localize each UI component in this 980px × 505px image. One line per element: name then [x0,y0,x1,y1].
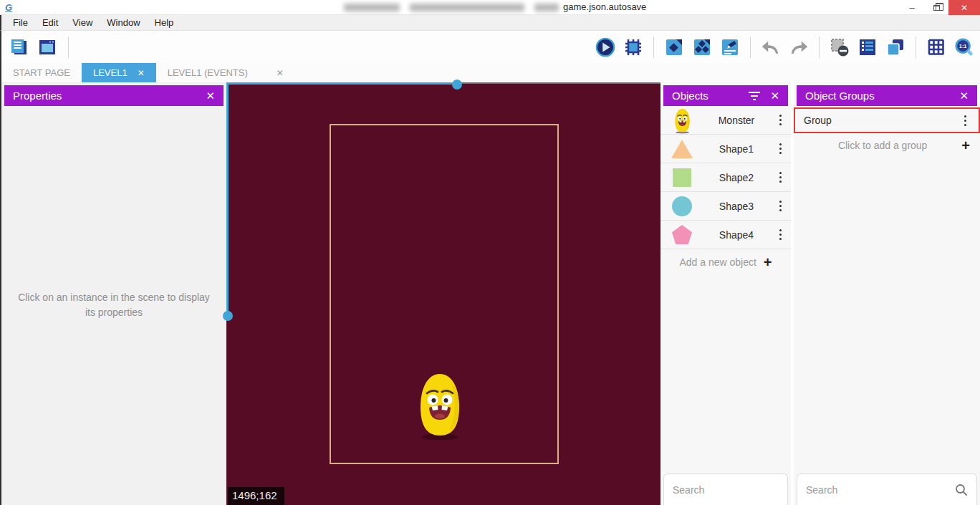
properties-empty-message: Click on an instance in the scene to dis… [1,290,226,320]
objects-search-input[interactable] [673,484,802,496]
maximize-button[interactable] [924,0,948,15]
properties-panel-header: Properties ✕ [4,85,224,106]
groups-search-icon [955,484,968,496]
object-groups-panel: Object Groups ✕ Group Click to add a gro… [794,82,980,505]
preview-play-icon[interactable] [595,37,615,57]
shape1-menu-icon[interactable] [775,148,785,150]
main-toolbar: 1:1 [0,31,980,63]
window-border-handle-top[interactable] [452,80,462,90]
objects-search-box [663,473,788,505]
window-left-border-line [226,82,229,316]
object-groups-editor-icon[interactable] [692,37,712,57]
objects-panel-title: Objects [672,90,708,102]
scene-top-edge [457,82,660,84]
groups-search-box [797,473,977,505]
add-group-plus-icon: + [961,138,970,154]
properties-close-icon[interactable]: ✕ [206,90,215,102]
object-row-shape4[interactable]: Shape4 [660,221,791,249]
group-row[interactable]: Group [794,107,980,133]
add-object-plus-icon: + [764,254,772,271]
tab-level1-events[interactable]: LEVEL1 (EVENTS) [156,63,259,82]
objects-close-icon[interactable]: ✕ [770,90,779,102]
object-row-shape1[interactable]: Shape1 [660,135,791,163]
shape2-square-thumbnail [666,168,698,187]
cursor-coordinates: 1496;162 [228,487,284,505]
zoom-original-icon[interactable]: 1:1 [954,37,974,57]
group-menu-icon[interactable] [960,120,970,122]
gdevelop-logo-icon: G [5,3,12,12]
tab-level1-close-icon[interactable]: ✕ [138,68,145,78]
shape3-circle-thumbnail [666,196,698,216]
objects-editor-icon[interactable] [664,37,684,57]
redo-icon[interactable] [789,37,809,57]
shape1-triangle-thumbnail [666,140,698,158]
object-groups-close-icon[interactable]: ✕ [959,90,969,102]
properties-panel: Properties ✕ Click on an instance in the… [0,82,226,505]
redacted-path [344,2,559,13]
shape4-menu-icon[interactable] [775,234,785,236]
object-row-shape2[interactable]: Shape2 [660,163,791,192]
menu-edit[interactable]: Edit [35,16,65,29]
main-area: Properties ✕ Click on an instance in the… [0,82,980,505]
monster-menu-icon[interactable] [775,119,785,121]
minimize-button[interactable]: – [900,0,924,15]
project-manager-icon[interactable] [9,37,29,57]
menu-help[interactable]: Help [148,16,181,29]
menu-window[interactable]: Window [100,16,147,29]
object-groups-panel-header: Object Groups ✕ [797,85,977,106]
add-group-button[interactable]: Click to add a group + [794,133,980,158]
window-title: game.json.autosave [563,1,646,12]
objects-panel-header: Objects ✕ [663,85,788,106]
objects-panel: Objects ✕ Monster Shape1 Shape2 [660,82,791,505]
add-new-object-button[interactable]: Add a new object + [660,249,791,275]
undo-icon[interactable] [761,37,781,57]
object-row-monster[interactable]: Monster [660,106,791,135]
title-bar: G game.json.autosave – ✕ [0,0,980,15]
toggle-grid-icon[interactable] [926,37,946,57]
window-top-border-line [226,82,457,85]
object-groups-panel-title: Object Groups [805,90,875,102]
tab-level1-events-close-icon[interactable]: ✕ [269,63,291,82]
start-page-icon[interactable] [37,37,57,57]
delete-selected-instances-icon[interactable] [830,37,850,57]
objects-filter-icon[interactable] [749,92,760,100]
instance-properties-icon[interactable] [720,37,740,57]
shape4-pentagon-thumbnail [666,225,698,244]
object-row-shape3[interactable]: Shape3 [660,192,791,221]
window-border-handle-left[interactable] [223,311,233,321]
properties-panel-title: Properties [13,90,62,102]
close-button[interactable]: ✕ [948,0,980,15]
monster-instance[interactable] [414,369,466,443]
tab-start-page[interactable]: START PAGE [1,63,82,82]
shape3-menu-icon[interactable] [775,205,785,207]
monster-thumbnail [666,107,698,134]
menu-view[interactable]: View [65,16,100,29]
debugger-icon[interactable] [623,37,643,57]
layers-editor-icon[interactable] [885,37,905,57]
editor-tab-bar: START PAGE LEVEL1 ✕ LEVEL1 (EVENTS) ✕ [0,63,980,82]
tab-level1[interactable]: LEVEL1 ✕ [82,63,156,82]
svg-text:1:1: 1:1 [959,43,967,49]
menu-file[interactable]: File [6,16,35,29]
shape2-menu-icon[interactable] [775,176,785,178]
scene-editor-canvas[interactable]: 1496;162 [226,82,660,505]
groups-search-input[interactable] [806,484,955,496]
app-window: G game.json.autosave – ✕ File Edit View … [0,0,980,505]
instances-list-icon[interactable] [858,37,878,57]
menu-bar: File Edit View Window Help [0,15,980,31]
